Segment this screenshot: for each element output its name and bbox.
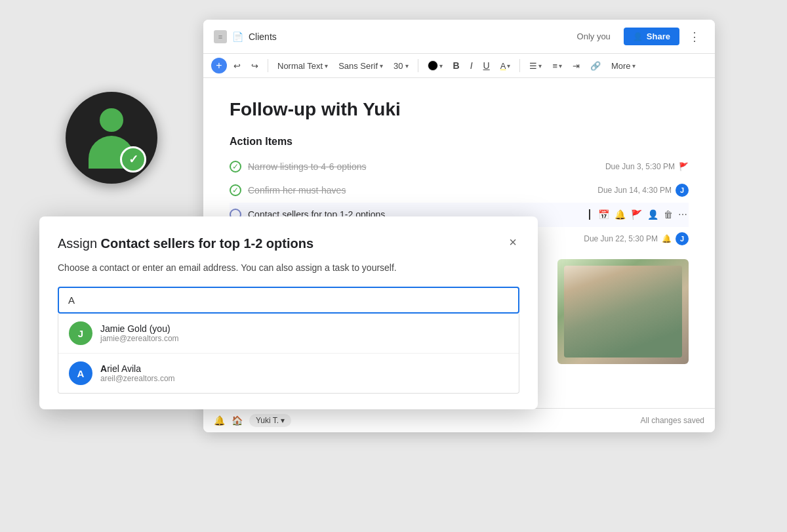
section-heading: Action Items bbox=[230, 136, 689, 148]
notification-bell-icon[interactable]: 🔔 bbox=[214, 415, 225, 426]
toolbar-divider-1 bbox=[268, 59, 268, 72]
caret-icon-7: ▾ bbox=[559, 62, 562, 70]
sharing-rights: Only you bbox=[577, 31, 611, 41]
color-circle bbox=[428, 60, 438, 71]
bullet-list-button[interactable]: ☰ ▾ bbox=[525, 58, 546, 73]
contact-avatar-jamie: J bbox=[69, 321, 92, 345]
list-item[interactable]: A Ariel Avila areil@zerealtors.com bbox=[58, 354, 519, 393]
editor-toolbar: + ↩ ↪ Normal Text ▾ Sans Serif ▾ 30 ▾ ▾ … bbox=[203, 54, 715, 78]
caret-icon-8: ▾ bbox=[632, 62, 636, 70]
avatar: J bbox=[676, 184, 689, 197]
task-checkbox-done[interactable]: ✓ bbox=[230, 161, 241, 173]
more-button[interactable]: More ▾ bbox=[607, 58, 639, 73]
contact-email: jamie@zerealtors.com bbox=[100, 334, 179, 343]
editor-footer: 🔔 🏠 Yuki T. ▾ All changes saved bbox=[203, 408, 715, 432]
task-meta: Due Jun 3, 5:30 PM 🚩 bbox=[605, 162, 689, 171]
contact-info-ariel: Ariel Avila areil@zerealtors.com bbox=[100, 363, 175, 383]
flag-icon-btn[interactable]: 🚩 bbox=[630, 208, 643, 221]
caret-icon: ▾ bbox=[325, 62, 328, 70]
search-input[interactable] bbox=[58, 287, 519, 314]
contacts-dropdown: J Jamie Gold (you) jamie@zerealtors.com … bbox=[58, 314, 519, 394]
text-style-select[interactable]: Normal Text ▾ bbox=[273, 58, 332, 73]
more-icon[interactable]: ⋯ bbox=[677, 208, 689, 221]
assign-icon[interactable]: 👤 bbox=[646, 208, 660, 221]
avatar-bubble: ✓ bbox=[66, 92, 157, 184]
redo-button[interactable]: ↪ bbox=[247, 58, 262, 73]
avatar-head bbox=[100, 108, 123, 132]
doc-icon: 📄 bbox=[232, 31, 243, 42]
contact-name: Jamie Gold (you) bbox=[100, 323, 179, 334]
indent-button[interactable]: ⇥ bbox=[569, 58, 584, 73]
toolbar-divider-2 bbox=[418, 59, 418, 72]
task-text-2: Confirm her must-haves bbox=[248, 185, 591, 195]
modal-subtitle: Choose a contact or enter an email addre… bbox=[58, 261, 519, 275]
more-menu-button[interactable]: ⋮ bbox=[685, 30, 704, 44]
undo-button[interactable]: ↩ bbox=[230, 58, 245, 73]
document-title: Follow-up with Yuki bbox=[230, 99, 689, 120]
avatar-4: J bbox=[676, 232, 689, 245]
caret-icon-4: ▾ bbox=[439, 62, 443, 70]
share-button[interactable]: Share bbox=[624, 28, 679, 45]
calendar-icon[interactable]: 📅 bbox=[597, 208, 611, 221]
modal-close-button[interactable]: × bbox=[506, 235, 519, 250]
bell-icon[interactable]: 🔔 bbox=[613, 208, 627, 221]
editor-titlebar: ≡ 📄 Clients Only you Share ⋮ bbox=[203, 20, 715, 54]
room-photo bbox=[557, 259, 689, 364]
link-button[interactable]: 🔗 bbox=[586, 58, 605, 73]
add-button[interactable]: + bbox=[211, 58, 227, 73]
assign-modal: Assign Contact sellers for top 1-2 optio… bbox=[39, 216, 538, 409]
modal-title: Assign Contact sellers for top 1-2 optio… bbox=[58, 235, 313, 252]
contact-info-jamie: Jamie Gold (you) jamie@zerealtors.com bbox=[100, 323, 179, 343]
contact-avatar-ariel: A bbox=[69, 361, 92, 385]
table-row[interactable]: ✓ Confirm her must-haves Due Jun 14, 4:3… bbox=[230, 178, 689, 203]
user-tag[interactable]: Yuki T. ▾ bbox=[249, 414, 291, 427]
flag-icon: 🚩 bbox=[679, 162, 689, 171]
toolbar-divider-3 bbox=[519, 59, 520, 72]
task-meta-4: Due Jun 22, 5:30 PM 🔔 J bbox=[584, 232, 689, 245]
check-badge: ✓ bbox=[120, 146, 146, 173]
home-icon[interactable]: 🏠 bbox=[232, 415, 243, 426]
caret-icon-3: ▾ bbox=[405, 62, 409, 70]
table-row[interactable]: ✓ Narrow listings to 4-6 options Due Jun… bbox=[230, 155, 689, 178]
italic-button[interactable]: I bbox=[466, 58, 477, 73]
list-item[interactable]: J Jamie Gold (you) jamie@zerealtors.com bbox=[58, 314, 519, 354]
color-button[interactable]: ▾ bbox=[424, 58, 447, 73]
delete-icon[interactable]: 🗑 bbox=[662, 208, 674, 221]
caret-icon-6: ▾ bbox=[538, 62, 542, 70]
underline-button[interactable]: U bbox=[479, 58, 494, 73]
contact-name-2: Ariel Avila bbox=[100, 363, 175, 374]
contact-email-2: areil@zerealtors.com bbox=[100, 374, 175, 383]
task-actions: 📅 🔔 🚩 👤 🗑 ⋯ bbox=[597, 208, 689, 221]
task-text: Narrow listings to 4-6 options bbox=[248, 161, 599, 172]
caret-icon-5: ▾ bbox=[507, 62, 510, 70]
bell-active-icon: 🔔 bbox=[662, 234, 672, 243]
modal-header: Assign Contact sellers for top 1-2 optio… bbox=[58, 235, 519, 252]
caret-icon-2: ▾ bbox=[380, 62, 383, 70]
person-avatar: ✓ bbox=[82, 108, 141, 167]
size-select[interactable]: 30 ▾ bbox=[390, 58, 412, 73]
save-status: All changes saved bbox=[641, 416, 704, 425]
filename: Clients bbox=[249, 31, 572, 42]
font-select[interactable]: Sans Serif ▾ bbox=[334, 58, 387, 73]
menu-icon[interactable]: ≡ bbox=[214, 30, 227, 43]
task-checkbox-done-2[interactable]: ✓ bbox=[230, 184, 241, 196]
bold-button[interactable]: B bbox=[449, 58, 464, 73]
task-meta-2: Due Jun 14, 4:30 PM J bbox=[597, 184, 689, 197]
numbered-list-button[interactable]: ≡ ▾ bbox=[548, 58, 566, 73]
highlight-button[interactable]: A ▾ bbox=[496, 58, 515, 73]
